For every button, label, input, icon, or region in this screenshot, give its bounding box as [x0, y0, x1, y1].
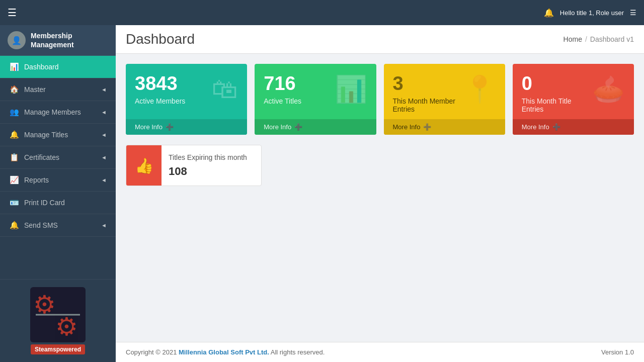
- app-name: Membership Management: [31, 31, 74, 49]
- steam-label: Steamspowered: [31, 344, 85, 354]
- master-icon: 🏠: [9, 85, 19, 94]
- sidebar-nav: 📊 Dashboard 🏠 Master ◄ 👥 Manage Members …: [0, 56, 116, 279]
- titles-icon: 🔔: [9, 130, 19, 139]
- sidebar-item-send-sms[interactable]: 🔔 Send SMS ◄: [0, 214, 116, 237]
- topbar-user-label: Hello title 1, Role user: [560, 9, 624, 17]
- cards-section: 3843 Active Members 🛍 More Info ➕ 716: [116, 54, 644, 196]
- topbar-extra-icon: ☰: [630, 9, 636, 17]
- chevron-left-icon: ◄: [101, 109, 107, 115]
- hamburger-icon[interactable]: ☰: [8, 7, 17, 19]
- sidebar-item-manage-members[interactable]: 👥 Manage Members ◄: [0, 101, 116, 124]
- active-titles-number: 716: [264, 74, 301, 93]
- shopping-bag-icon: 🛍: [212, 74, 238, 104]
- certificates-icon: 📋: [9, 153, 19, 162]
- chevron-left-icon: ◄: [101, 86, 107, 93]
- sidebar-logo: 👤 Membership Management: [0, 25, 116, 56]
- logo-avatar: 👤: [8, 31, 26, 49]
- pie-chart-icon: 🥧: [592, 74, 625, 105]
- breadcrumb-current: Dashboard v1: [590, 35, 634, 43]
- print-icon: 🪪: [9, 198, 19, 207]
- sidebar-item-label: Print ID Card: [24, 199, 65, 207]
- sidebar-item-manage-titles[interactable]: 🔔 Manage Titles ◄: [0, 124, 116, 146]
- sidebar-item-master[interactable]: 🏠 Master ◄: [0, 78, 116, 101]
- chevron-left-icon: ◄: [101, 132, 107, 138]
- sidebar-item-dashboard[interactable]: 📊 Dashboard: [0, 56, 116, 78]
- sidebar-item-reports[interactable]: 📈 Reports ◄: [0, 169, 116, 192]
- bar-chart-icon: 📊: [335, 74, 367, 105]
- sidebar-item-label: Master: [24, 85, 46, 94]
- expiring-title-label: Titles Expiring this month: [169, 153, 247, 163]
- location-icon: 📍: [463, 74, 496, 105]
- stat-card-month-titles: 0 This Month Title Entries 🥧 More Info ➕: [513, 64, 634, 135]
- gear-icon-2: ⚙: [55, 312, 83, 340]
- steam-logo-area: ⚙ ⚙: [30, 287, 86, 342]
- circle-arrow-icon: ➕: [552, 123, 560, 131]
- month-titles-label: This Month Title Entries: [522, 97, 592, 113]
- content-header: Dashboard Home / Dashboard v1: [116, 25, 644, 54]
- content-area: Dashboard Home / Dashboard v1 3843 Activ…: [116, 25, 644, 362]
- titles-expiring-card: 👍 Titles Expiring this month 108: [126, 145, 262, 186]
- thumbsup-icon: 👍: [126, 145, 162, 186]
- footer-version: Version 1.0: [601, 348, 634, 356]
- copyright-text: Copyright © 2021: [126, 348, 177, 356]
- expiring-count: 108: [169, 165, 247, 178]
- month-titles-number: 0: [522, 74, 592, 93]
- rights-text: All rights reserved.: [271, 348, 325, 356]
- active-members-label: Active Members: [135, 97, 185, 105]
- dashboard-icon: 📊: [9, 62, 19, 71]
- company-link[interactable]: Millennia Global Soft Pvt Ltd.: [179, 348, 269, 356]
- sidebar-footer: ⚙ ⚙ Steamspowered: [0, 279, 116, 362]
- sidebar: 👤 Membership Management 📊 Dashboard 🏠 Ma…: [0, 25, 116, 362]
- bell-icon: 🔔: [544, 8, 554, 18]
- month-titles-more-info[interactable]: More Info ➕: [513, 119, 634, 135]
- breadcrumb: Home / Dashboard v1: [564, 35, 634, 43]
- month-members-label: This Month Member Entries: [393, 97, 463, 113]
- sms-icon: 🔔: [9, 221, 19, 230]
- sidebar-item-certificates[interactable]: 📋 Certificates ◄: [0, 146, 116, 169]
- breadcrumb-separator: /: [585, 35, 587, 43]
- sidebar-item-print-id[interactable]: 🪪 Print ID Card: [0, 192, 116, 214]
- stats-cards-row: 3843 Active Members 🛍 More Info ➕ 716: [126, 64, 634, 135]
- sidebar-item-label: Dashboard: [24, 63, 59, 71]
- topbar-left: ☰: [8, 7, 17, 19]
- content-footer: Copyright © 2021 Millennia Global Soft P…: [116, 342, 644, 362]
- breadcrumb-home[interactable]: Home: [564, 35, 582, 43]
- footer-copyright: Copyright © 2021 Millennia Global Soft P…: [126, 348, 325, 356]
- active-titles-more-info[interactable]: More Info ➕: [255, 119, 376, 135]
- stat-card-month-members: 3 This Month Member Entries 📍 More Info …: [384, 64, 505, 135]
- main-layout: 👤 Membership Management 📊 Dashboard 🏠 Ma…: [0, 25, 644, 362]
- info-cards-row: 👍 Titles Expiring this month 108: [126, 145, 634, 186]
- chevron-left-icon: ◄: [101, 222, 107, 228]
- stat-card-active-titles: 716 Active Titles 📊 More Info ➕: [255, 64, 376, 135]
- reports-icon: 📈: [9, 175, 19, 185]
- sidebar-item-label: Manage Titles: [24, 131, 68, 139]
- stat-card-active-members: 3843 Active Members 🛍 More Info ➕: [126, 64, 247, 135]
- active-members-number: 3843: [135, 74, 185, 93]
- topbar: ☰ 🔔 Hello title 1, Role user ☰: [0, 0, 644, 25]
- topbar-right: 🔔 Hello title 1, Role user ☰: [544, 8, 636, 18]
- sidebar-item-label: Reports: [24, 176, 49, 184]
- page-title: Dashboard: [126, 31, 195, 47]
- active-titles-label: Active Titles: [264, 97, 301, 105]
- circle-arrow-icon: ➕: [166, 123, 174, 131]
- chevron-left-icon: ◄: [101, 177, 107, 183]
- members-icon: 👥: [9, 108, 19, 117]
- circle-arrow-icon: ➕: [294, 123, 302, 131]
- month-members-number: 3: [393, 74, 463, 93]
- sidebar-item-label: Certificates: [24, 153, 59, 161]
- active-members-more-info[interactable]: More Info ➕: [126, 119, 247, 135]
- sidebar-item-label: Manage Members: [24, 108, 81, 116]
- chevron-left-icon: ◄: [101, 154, 107, 160]
- sidebar-item-label: Send SMS: [24, 221, 58, 229]
- circle-arrow-icon: ➕: [423, 123, 431, 131]
- month-members-more-info[interactable]: More Info ➕: [384, 119, 505, 135]
